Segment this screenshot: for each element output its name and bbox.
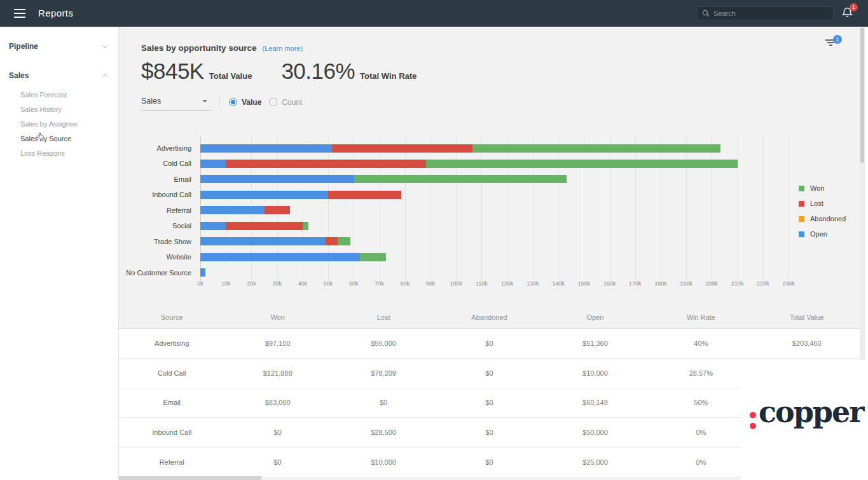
table-cell: $10,000 [331, 458, 436, 466]
chart-gridline [712, 136, 712, 280]
legend-item-won: Won [799, 184, 824, 192]
vertical-scrollbar-thumb[interactable] [860, 28, 864, 163]
chevron-up-icon [102, 74, 107, 79]
category-label: Inbound Call [119, 191, 191, 198]
x-tick-label: 50k [315, 280, 341, 287]
bar-segment-won [354, 175, 567, 183]
table-cell: $50,000 [542, 429, 648, 436]
x-tick-label: 60k [341, 280, 366, 287]
legend-label: Abandoned [810, 215, 846, 223]
chart-gridline [405, 136, 406, 280]
bar-segment-won [338, 237, 350, 245]
sidebar-item-sales-history[interactable]: Sales History [0, 102, 118, 117]
legend-item-abandoned: Abandoned [799, 215, 846, 223]
legend-item-open: Open [799, 230, 827, 238]
hamburger-menu-icon[interactable] [14, 9, 25, 18]
sidebar-items: Sales ForecastSales HistorySales by Assi… [0, 88, 118, 161]
legend-label: Won [810, 184, 824, 192]
total-value-label: Total Value [209, 71, 252, 81]
bar-segment-open [200, 237, 326, 245]
summary-stats: $845K Total Value 30.16% Total Win Rate [141, 58, 417, 84]
bar-segment-open [200, 206, 265, 214]
column-header-lost: Lost [331, 313, 436, 321]
table-cell: $121,888 [224, 369, 330, 377]
x-tick-label: 140k [546, 280, 571, 287]
table-cell: $0 [224, 429, 330, 436]
x-tick-label: 150k [571, 280, 596, 287]
bar-segment-open [200, 160, 226, 168]
x-tick-label: 170k [623, 280, 648, 287]
chart-gridline [456, 136, 457, 280]
bar-segment-lost [326, 237, 338, 245]
sidebar-section-pipeline[interactable]: Pipeline [0, 41, 118, 52]
report-title: Sales by opportunity source [141, 43, 257, 53]
bar-segment-open [200, 144, 332, 153]
category-label: Email [119, 175, 191, 183]
table-cell: Cold Call [119, 369, 224, 377]
pipeline-select-dropdown[interactable]: Sales [141, 97, 211, 111]
x-tick-label: 210k [725, 280, 750, 287]
table-cell: $55,000 [331, 339, 436, 347]
chart-gridline [789, 136, 789, 280]
column-header-open: Open [542, 313, 648, 321]
sidebar-item-sales-by-assignee[interactable]: Sales by Assignee [0, 117, 118, 132]
bar-segment-open [200, 191, 328, 199]
category-label: Trade Show [119, 238, 191, 245]
chart-gridline [763, 136, 764, 280]
table-cell: 0% [648, 429, 754, 436]
radio-option-value[interactable]: Value [229, 98, 261, 107]
table-cell: $78,209 [331, 369, 436, 377]
chart-gridline [507, 136, 508, 280]
column-header-win-rate: Win Rate [648, 313, 754, 321]
table-row: Advertising$97,100$55,000$0$51,36040%$20… [119, 329, 860, 359]
top-bar: Reports Search 1 [0, 0, 868, 27]
legend-item-lost: Lost [799, 200, 823, 207]
table-cell: $97,100 [224, 339, 330, 347]
bar-segment-lost [226, 222, 303, 230]
x-tick-label: 80k [392, 280, 418, 287]
table-cell: $28,500 [331, 429, 436, 436]
table-cell: $51,360 [542, 339, 648, 347]
bar-segment-lost [328, 191, 401, 199]
copper-logo: copper [750, 398, 864, 429]
table-cell: $0 [436, 339, 542, 347]
category-label: No Customer Source [119, 269, 191, 277]
table-cell: 50% [648, 399, 754, 406]
filter-button[interactable]: 1 [823, 39, 838, 52]
bar-segment-won [472, 144, 721, 153]
bar-segment-lost [265, 206, 290, 214]
x-tick-label: 100k [443, 280, 469, 287]
dropdown-selected-value: Sales [141, 97, 161, 106]
search-input[interactable]: Search [697, 6, 834, 20]
table-cell: Advertising [119, 339, 224, 347]
bar-segment-open [200, 268, 205, 277]
table-cell: $0 [436, 429, 542, 436]
bar-segment-won [303, 222, 308, 230]
x-tick-label: 200k [699, 280, 724, 287]
vertical-scrollbar[interactable] [860, 27, 865, 360]
notification-badge: 1 [850, 3, 858, 11]
notifications-button[interactable]: 1 [842, 6, 858, 22]
sidebar-section-sales[interactable]: Sales [0, 70, 118, 81]
sidebar: PipelineSalesSales ForecastSales History… [0, 27, 119, 480]
radio-label: Value [242, 98, 261, 107]
sidebar-section-label: Pipeline [9, 42, 38, 51]
sidebar-item-loss-reasons[interactable]: Loss Reasons [0, 146, 118, 161]
table-cell: $0 [331, 399, 436, 406]
legend-swatch [799, 186, 804, 191]
horizontal-scrollbar-thumb[interactable] [119, 476, 261, 480]
x-tick-label: 180k [648, 280, 673, 287]
x-tick-label: 190k [673, 280, 699, 287]
search-icon [702, 10, 710, 17]
bar-segment-won [360, 253, 385, 261]
column-header-won: Won [224, 313, 330, 321]
sidebar-item-sales-by-source[interactable]: Sales by Source [0, 132, 118, 146]
radio-option-count[interactable]: Count [269, 98, 302, 107]
x-tick-label: 220k [750, 280, 776, 287]
learn-more-link[interactable]: (Learn more) [263, 45, 303, 52]
sidebar-item-sales-forecast[interactable]: Sales Forecast [0, 88, 118, 102]
radio-circle [229, 98, 237, 106]
x-tick-label: 40k [290, 280, 315, 287]
category-label: Advertising [119, 144, 191, 152]
chart-gridline [584, 136, 584, 280]
